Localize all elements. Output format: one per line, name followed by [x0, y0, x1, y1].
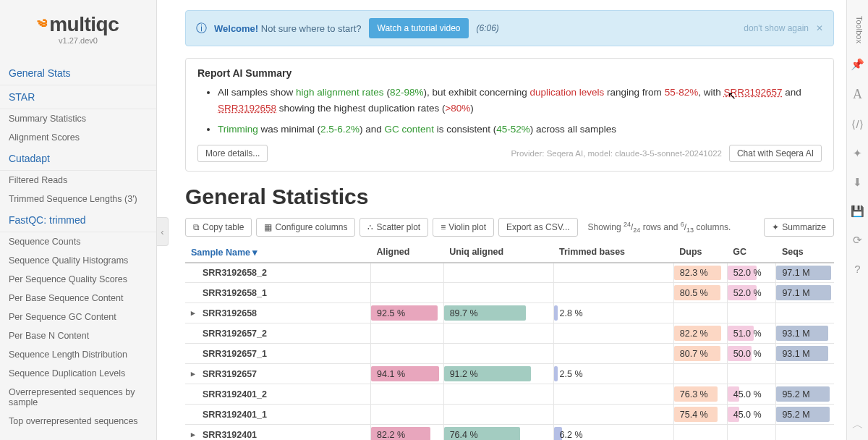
- table-cell: [727, 425, 776, 440]
- sidebar: ༄multiqc v1.27.dev0 General Stats STAR S…: [0, 0, 157, 440]
- table-cell: [553, 323, 673, 344]
- nav-fastqc-sub[interactable]: Sequence Quality Histograms: [0, 251, 156, 270]
- nav-fastqc-sub[interactable]: Top overrepresented sequences: [0, 412, 156, 431]
- nav-fastqc-sub[interactable]: Per Base Sequence Content: [0, 289, 156, 308]
- logo-area: ༄multiqc v1.27.dev0: [0, 0, 156, 62]
- copy-table-button[interactable]: ⧉Copy table: [185, 218, 252, 237]
- table-cell: [553, 283, 673, 303]
- table-cell: [443, 263, 553, 283]
- summary-link-sample1[interactable]: SRR3192657: [723, 87, 782, 98]
- sample-cell[interactable]: SRR3192658: [185, 303, 371, 323]
- scatter-plot-button[interactable]: ∴Scatter plot: [359, 218, 428, 237]
- table-cell: [371, 405, 444, 425]
- table-cell: [553, 263, 673, 283]
- table-cell: [443, 283, 553, 303]
- pin-icon[interactable]: 📌: [851, 58, 864, 71]
- ai-summary-box: Report AI Summary All samples show high …: [185, 58, 834, 172]
- summarize-button[interactable]: ✦Summarize: [764, 218, 834, 237]
- ai-provider-label: Provider: Seqera AI, model: claude-3-5-s…: [511, 149, 722, 158]
- export-csv-button[interactable]: Export as CSV...: [498, 218, 578, 237]
- refresh-icon[interactable]: ⟳: [853, 234, 862, 247]
- save-icon[interactable]: 💾: [851, 205, 864, 218]
- table-cell: 2.8 %: [553, 303, 673, 323]
- table-cell: [673, 364, 727, 384]
- welcome-dismiss[interactable]: don't show again✕: [744, 23, 823, 33]
- table-cell: 93.1 M: [776, 323, 834, 344]
- table-cell: [553, 384, 673, 405]
- table-row: SRR319265794.1 %91.2 %2.5 %: [185, 364, 834, 384]
- table-cell: [443, 405, 553, 425]
- close-icon[interactable]: ✕: [816, 23, 823, 33]
- sample-cell[interactable]: SRR3192657: [185, 364, 371, 384]
- nav-fastqc-sub[interactable]: Sequence Length Distribution: [0, 345, 156, 364]
- table-row: SRR3192658_282.3 %52.0 %97.1 M: [185, 263, 834, 283]
- more-details-button[interactable]: More details...: [197, 145, 268, 162]
- showing-counts: Showing 24/24 rows and 6/13 columns.: [588, 221, 731, 234]
- col-aligned[interactable]: Aligned: [371, 242, 444, 263]
- table-cell: 89.7 %: [443, 303, 553, 323]
- nav-fastqc[interactable]: FastQC: trimmed: [0, 208, 156, 232]
- table-cell: [776, 364, 834, 384]
- table-cell: 75.4 %: [673, 405, 727, 425]
- nav-star-sub[interactable]: Alignment Scores: [0, 128, 156, 147]
- nav-fastqc-sub[interactable]: Sequence Duplication Levels: [0, 364, 156, 383]
- nav-fastqc-sub[interactable]: Per Sequence GC Content: [0, 308, 156, 326]
- configure-columns-button[interactable]: ▦Configure columns: [256, 218, 355, 237]
- nav-cutadapt-sub[interactable]: Filtered Reads: [0, 171, 156, 190]
- sidebar-collapse-handle[interactable]: ‹: [157, 217, 169, 246]
- nav-fastqc-sub[interactable]: Per Sequence Quality Scores: [0, 270, 156, 289]
- table-cell: [673, 303, 727, 323]
- nav-fastqc-sub[interactable]: Sequence Counts: [0, 232, 156, 251]
- table-row: SRR319240182.2 %76.4 %6.2 %: [185, 425, 834, 440]
- plus-icon: ✦: [772, 222, 779, 232]
- table-cell: 80.7 %: [673, 344, 727, 364]
- table-row: SRR3192658_180.5 %52.0 %97.1 M: [185, 283, 834, 303]
- font-icon[interactable]: A: [853, 87, 862, 102]
- nav-star-sub[interactable]: Summary Statistics: [0, 109, 156, 128]
- nav-fastqc-sub[interactable]: Per Base N Content: [0, 326, 156, 345]
- nav-star[interactable]: STAR: [0, 85, 156, 109]
- summary-bullet-2: Trimming was minimal (2.5-6.2%) and GC c…: [218, 122, 822, 138]
- table-cell: 94.1 %: [371, 364, 444, 384]
- table-cell: 45.0 %: [727, 405, 776, 425]
- download-icon[interactable]: ⬇: [853, 176, 862, 189]
- sparkle-icon[interactable]: ✦: [853, 147, 862, 160]
- summary-link-sample2[interactable]: SRR3192658: [218, 103, 276, 114]
- table-cell: [776, 425, 834, 440]
- col-dups[interactable]: Dups: [673, 242, 727, 263]
- nav-cutadapt-sub[interactable]: Trimmed Sequence Lengths (3'): [0, 190, 156, 208]
- sample-cell: SRR3192657_1: [185, 344, 371, 364]
- table-cell: 45.0 %: [727, 384, 776, 405]
- chat-ai-button[interactable]: Chat with Seqera AI: [729, 145, 822, 162]
- sample-cell[interactable]: SRR3192401: [185, 425, 371, 440]
- general-stats-table: Sample Name ▾ Aligned Uniq aligned Trimm…: [185, 242, 834, 440]
- table-cell: [371, 384, 444, 405]
- scatter-icon: ∴: [367, 222, 373, 232]
- table-row: SRR319265892.5 %89.7 %2.8 %: [185, 303, 834, 323]
- table-cell: [371, 263, 444, 283]
- table-cell: 52.0 %: [727, 283, 776, 303]
- violin-plot-button[interactable]: ≡Violin plot: [433, 218, 494, 237]
- tutorial-button[interactable]: Watch a tutorial video: [369, 18, 469, 38]
- tutorial-duration: (6:06): [476, 23, 498, 33]
- code-icon[interactable]: ⟨/⟩: [851, 118, 863, 131]
- app-version: v1.27.dev0: [7, 36, 149, 45]
- nav-cutadapt[interactable]: Cutadapt: [0, 147, 156, 171]
- table-cell: [443, 323, 553, 344]
- col-uniq[interactable]: Uniq aligned: [443, 242, 553, 263]
- table-cell: 52.0 %: [727, 263, 776, 283]
- help-icon[interactable]: ?: [854, 263, 860, 275]
- table-row: SRR3192401_276.3 %45.0 %95.2 M: [185, 384, 834, 405]
- sample-cell: SRR3192658_2: [185, 263, 371, 283]
- table-cell: 82.3 %: [673, 263, 727, 283]
- col-sample[interactable]: Sample Name ▾: [185, 242, 371, 263]
- col-trim[interactable]: Trimmed bases: [553, 242, 673, 263]
- scroll-top-icon[interactable]: ︿: [852, 418, 864, 433]
- logo-swirl-icon: ༄: [38, 14, 47, 35]
- main-content: ⓘ Welcome! Not sure where to start? Watc…: [168, 0, 844, 440]
- nav-fastqc-sub[interactable]: Overrepresented sequences by sample: [0, 383, 156, 412]
- col-seqs[interactable]: Seqs: [776, 242, 834, 263]
- col-gc[interactable]: GC: [727, 242, 776, 263]
- grid-icon: ▦: [264, 222, 272, 232]
- nav-general-stats[interactable]: General Stats: [0, 62, 156, 85]
